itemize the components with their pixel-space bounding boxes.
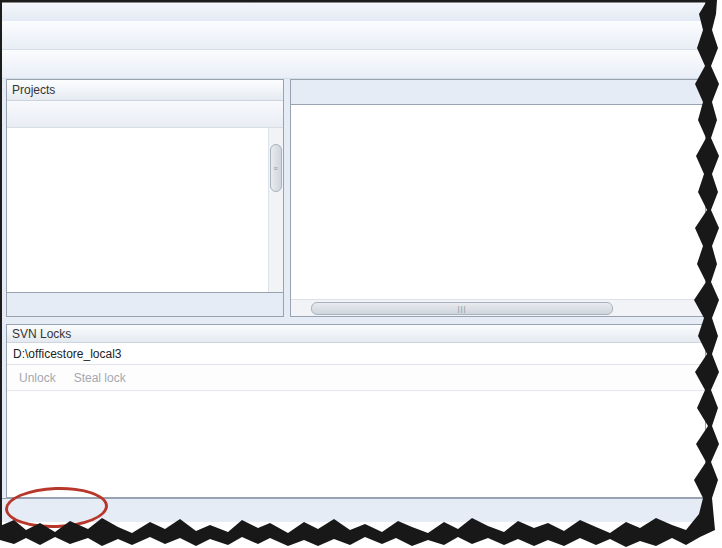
steal-lock-button[interactable]: Steal lock — [70, 371, 126, 385]
editor-tabstrip — [291, 80, 705, 105]
ide-window: Projects ≡ — [2, 2, 706, 522]
projects-panel: Projects ≡ — [6, 79, 284, 317]
left-panel-tabstrip — [7, 292, 283, 316]
editor-pane: ||| — [290, 79, 706, 317]
horizontal-splitter[interactable] — [2, 317, 706, 324]
svn-locks-title: SVN Locks — [7, 325, 705, 343]
screenshot-stage: Projects ≡ — [0, 0, 722, 548]
svn-locks-toolbar: Unlock Steal lock — [7, 365, 705, 391]
svn-locks-panel: SVN Locks D:\officestore_local3 Unlock S… — [6, 324, 706, 498]
unlock-button[interactable]: Unlock — [15, 371, 56, 385]
scroll-left-button[interactable] — [291, 301, 305, 315]
scroll-up-button[interactable] — [269, 128, 283, 142]
steal-lock-label: Steal lock — [74, 371, 126, 385]
project-tree — [7, 128, 268, 292]
tree-vertical-scrollbar[interactable]: ≡ — [268, 128, 283, 292]
editor-horizontal-scrollbar[interactable]: ||| — [291, 299, 705, 316]
bottom-tabstrip — [2, 498, 706, 522]
svn-working-copy-path: D:\officestore_local3 — [7, 343, 705, 365]
scroll-down-button[interactable] — [269, 278, 283, 292]
secondary-toolbar — [2, 50, 706, 79]
code-area[interactable] — [291, 105, 705, 299]
menu-bar — [2, 2, 706, 21]
tree-scrollbar-thumb[interactable]: ≡ — [270, 144, 282, 192]
editor-scrollbar-thumb[interactable]: ||| — [311, 302, 613, 315]
main-toolbar — [2, 21, 706, 50]
unlock-label: Unlock — [19, 371, 56, 385]
main-split: Projects ≡ — [2, 79, 706, 317]
svn-path-text: D:\officestore_local3 — [13, 347, 122, 361]
projects-toolbar — [7, 101, 283, 128]
projects-panel-title: Projects — [12, 83, 55, 97]
svn-locks-title-text: SVN Locks — [12, 327, 71, 341]
projects-panel-titlebar: Projects — [7, 80, 283, 101]
